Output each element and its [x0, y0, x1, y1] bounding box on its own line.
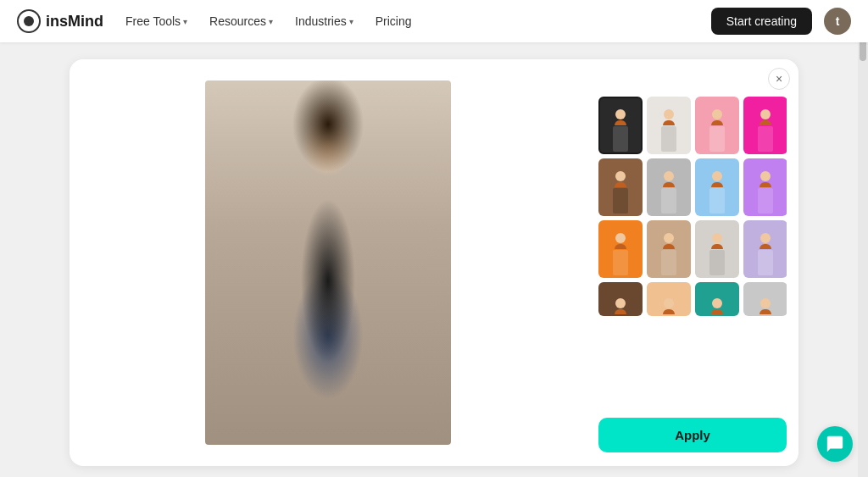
thumbnail-7[interactable] [695, 158, 739, 216]
thumbnail-10[interactable] [647, 220, 691, 278]
main-content: × [0, 42, 868, 477]
thumbnails-grid [598, 97, 787, 316]
nav-item-resources[interactable]: Resources ▾ [201, 9, 281, 33]
thumbnail-8[interactable] [743, 158, 787, 216]
nav-label-pricing: Pricing [376, 14, 412, 28]
nav-item-free-tools[interactable]: Free Tools ▾ [117, 9, 196, 33]
thumbnail-3[interactable] [695, 97, 739, 154]
logo-icon [17, 9, 41, 33]
thumbnail-9[interactable] [598, 220, 643, 278]
thumbnail-11[interactable] [695, 220, 739, 278]
thumbnail-14[interactable] [647, 282, 691, 316]
photo-inner [205, 80, 451, 445]
editor-card: × [70, 59, 798, 466]
chat-icon [826, 435, 844, 453]
right-panel: × [587, 59, 798, 466]
thumbnail-15[interactable] [695, 282, 739, 316]
nav-item-industries[interactable]: Industries ▾ [287, 9, 362, 33]
image-area [70, 59, 587, 466]
chat-bubble[interactable] [817, 426, 853, 462]
apply-button[interactable]: Apply [598, 418, 787, 452]
start-creating-button[interactable]: Start creating [711, 8, 812, 35]
nav-item-pricing[interactable]: Pricing [367, 9, 420, 33]
chevron-down-icon: ▾ [269, 17, 273, 26]
logo-text: insMind [46, 13, 103, 31]
main-photo [205, 80, 451, 445]
nav-label-resources: Resources [209, 14, 266, 28]
navbar: insMind Free Tools ▾ Resources ▾ Industr… [0, 0, 868, 42]
thumb-inner-2 [648, 98, 689, 153]
thumbnail-2[interactable] [647, 97, 691, 154]
thumbnail-13[interactable] [598, 282, 643, 316]
avatar[interactable]: t [824, 8, 851, 35]
svg-point-1 [24, 16, 34, 26]
thumbnail-12[interactable] [743, 220, 787, 278]
page-scrollbar[interactable] [858, 0, 868, 477]
chevron-down-icon: ▾ [183, 17, 187, 26]
close-button[interactable]: × [768, 68, 790, 90]
thumb-inner-1 [600, 98, 641, 153]
nav-label-industries: Industries [295, 14, 347, 28]
logo[interactable]: insMind [17, 9, 103, 33]
thumbnail-1[interactable] [598, 97, 643, 154]
nav-label-free-tools: Free Tools [125, 14, 181, 28]
thumbnail-16[interactable] [743, 282, 787, 316]
thumbnail-5[interactable] [598, 158, 643, 216]
thumbnails-container [598, 97, 787, 408]
thumbnail-6[interactable] [647, 158, 691, 216]
thumbnail-4[interactable] [743, 97, 787, 154]
chevron-down-icon: ▾ [349, 17, 353, 26]
